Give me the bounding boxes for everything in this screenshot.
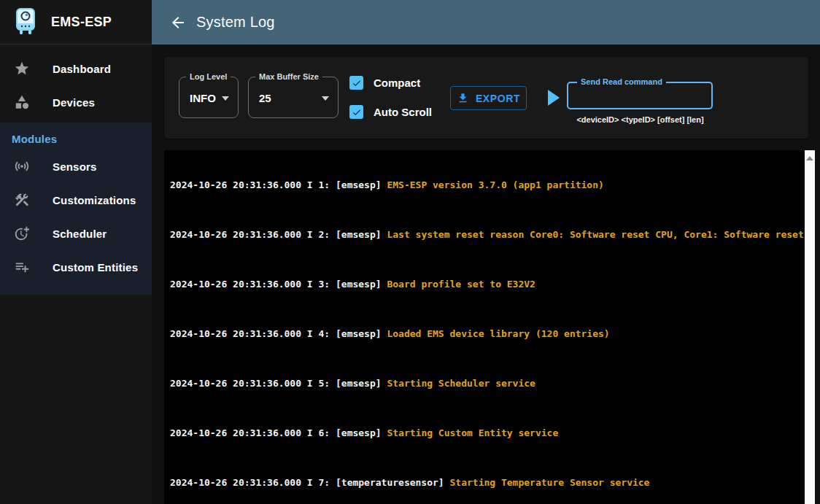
arrow-back-icon (169, 14, 187, 31)
export-button-label: EXPORT (476, 93, 520, 104)
sidebar-item-scheduler[interactable]: Scheduler (0, 217, 152, 250)
send-read-command-input[interactable] (568, 83, 711, 108)
sidebar-item-customizations[interactable]: Customizations (0, 183, 152, 217)
sidebar-item-label: Customizations (53, 194, 136, 206)
send-read-command-helper: <deviceID> <typeID> [offset] [len] (567, 115, 713, 124)
sensors-icon (13, 158, 31, 175)
sidebar-menu: Dashboard Devices (0, 44, 152, 119)
sidebar-item-label: Scheduler (53, 228, 107, 240)
modules-section: Modules Sensors Customizations (0, 123, 152, 295)
log-line: 2024-10-26 20:31:36.000 I 6: [emsesp] St… (170, 427, 805, 439)
sidebar: EMS-ESP Dashboard Devices (0, 0, 152, 504)
ems-esp-app: EMS-ESP Dashboard Devices (0, 0, 820, 504)
log-level-value: INFO (190, 91, 216, 104)
compact-checkbox[interactable]: Compact (349, 75, 420, 90)
page-title: System Log (196, 14, 275, 31)
playlist-add-icon (13, 258, 31, 276)
log-level-select[interactable]: Log Level INFO (179, 77, 239, 118)
modules-header: Modules (0, 133, 152, 145)
checkbox-checked-icon (349, 76, 363, 90)
sidebar-item-label: Custom Entities (53, 261, 138, 274)
sidebar-item-dashboard[interactable]: Dashboard (0, 52, 152, 85)
log-line: 2024-10-26 20:31:36.000 I 5: [emsesp] St… (170, 377, 805, 389)
auto-scroll-label: Auto Scroll (374, 106, 432, 118)
app-title: EMS-ESP (51, 15, 112, 30)
send-command-play-button[interactable] (548, 90, 560, 106)
log-line: 2024-10-26 20:31:36.000 I 1: [emsesp] EM… (170, 179, 805, 191)
sidebar-item-custom-entities[interactable]: Custom Entities (0, 250, 152, 284)
sidebar-item-devices[interactable]: Devices (0, 85, 152, 119)
sidebar-item-label: Devices (53, 96, 95, 109)
back-button[interactable] (169, 14, 187, 31)
system-log-panel: 2024-10-26 20:31:36.000 I 1: [emsesp] EM… (164, 150, 815, 504)
system-log-output[interactable]: 2024-10-26 20:31:36.000 I 1: [emsesp] EM… (164, 150, 805, 504)
log-line: 2024-10-26 20:31:36.000 I 2: [emsesp] La… (170, 228, 805, 241)
construction-icon (13, 191, 31, 209)
compact-label: Compact (374, 77, 420, 89)
log-line: 2024-10-26 20:31:36.000 I 3: [emsesp] Bo… (170, 278, 805, 290)
category-icon (13, 93, 31, 111)
sidebar-item-label: Dashboard (53, 63, 111, 75)
log-level-label: Log Level (186, 72, 231, 81)
scrollbar-up-arrow-icon[interactable] (806, 156, 813, 160)
main-area: System Log Log Level INFO Max Buffer Siz… (152, 0, 820, 504)
send-read-command-field: Send Read command (567, 82, 713, 109)
max-buffer-size-select[interactable]: Max Buffer Size 25 (248, 77, 339, 118)
auto-scroll-checkbox[interactable]: Auto Scroll (349, 104, 432, 120)
boiler-logo-icon (15, 8, 36, 36)
sidebar-item-sensors[interactable]: Sensors (0, 150, 152, 183)
max-buffer-size-value: 25 (259, 91, 271, 104)
sidebar-item-label: Sensors (53, 160, 97, 173)
checkbox-checked-icon (349, 105, 363, 119)
app-logo-row: EMS-ESP (0, 0, 152, 44)
chevron-down-icon (222, 96, 229, 101)
log-line: 2024-10-26 20:31:36.000 I 4: [emsesp] Lo… (170, 327, 805, 340)
log-scrollbar[interactable] (805, 150, 815, 504)
log-line: 2024-10-26 20:31:36.000 I 7: [temperatur… (170, 476, 805, 489)
log-controls-card: Log Level INFO Max Buffer Size 25 Compac… (164, 57, 808, 139)
topbar: System Log (152, 0, 820, 44)
download-icon (457, 92, 469, 104)
chevron-down-icon (322, 96, 329, 101)
export-button[interactable]: EXPORT (450, 86, 527, 110)
star-icon (13, 60, 31, 77)
more-time-icon (13, 225, 31, 242)
max-buffer-size-label: Max Buffer Size (255, 72, 322, 81)
